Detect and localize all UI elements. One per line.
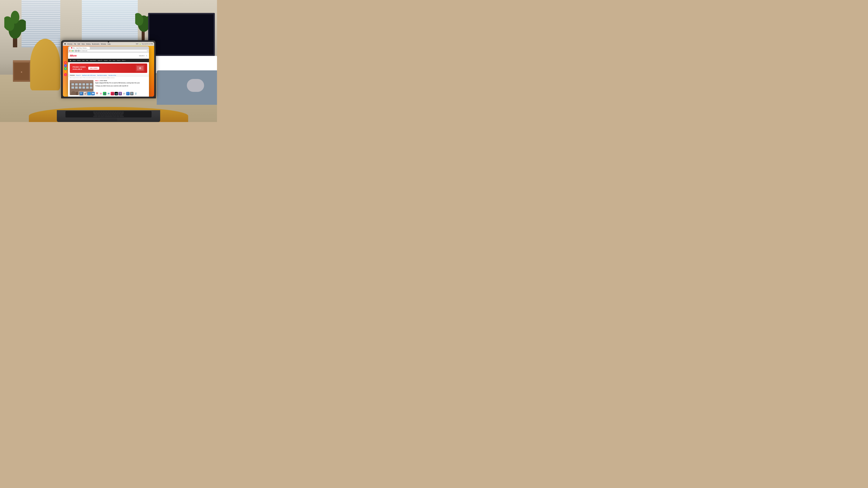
sidebar-icon-1[interactable]: ● [64,61,67,64]
key[interactable] [113,116,116,117]
key[interactable] [103,111,105,113]
imore-logo[interactable]: iMore [70,54,76,57]
menubar-window[interactable]: Window [101,43,106,45]
key[interactable] [110,111,112,113]
key[interactable] [122,111,124,113]
dock-icon-trash[interactable]: 🗑️ [134,92,137,95]
key[interactable] [100,115,102,116]
key[interactable] [97,113,99,114]
menubar-help[interactable]: Help [107,43,111,45]
sidebar-icon-3[interactable]: ● [64,67,67,70]
key[interactable] [103,115,105,116]
key[interactable] [101,116,104,117]
dock-icon-photos[interactable]: 🌸 [99,92,102,95]
key[interactable] [93,111,95,113]
sidebar-icon-5[interactable]: ● [64,73,67,76]
trending-item-3[interactable]: Best iPad for students [97,75,107,76]
key[interactable] [104,116,113,117]
key[interactable] [98,111,100,113]
key[interactable] [112,115,114,116]
key[interactable] [102,113,104,114]
dock-icon-maps[interactable]: 🗺️ [107,92,110,95]
key[interactable] [99,113,101,114]
key[interactable] [93,116,97,117]
news-item-2[interactable]: 7 things you didn't know you could do wi… [95,85,147,87]
key[interactable] [100,111,102,113]
dock-icon-podcasts[interactable]: 🎙️ [118,92,122,95]
traffic-light-fullscreen[interactable] [72,51,73,52]
dock-icon-appstore[interactable]: 🛒 [126,92,130,95]
macbook-trackpad[interactable] [100,119,117,121]
news-item-1[interactable]: Apple skipped M1 Mac Pro to wait for M2 … [95,82,147,84]
nav-apple[interactable]: Apple [73,60,75,61]
key[interactable] [98,115,100,116]
nav-howto[interactable]: How-to [117,60,120,61]
key[interactable] [105,115,107,116]
back-button[interactable]: ‹ [75,50,77,52]
key[interactable] [96,111,98,113]
address-bar[interactable]: imore.com [81,50,147,52]
nav-airpods[interactable]: Airpods [104,60,107,61]
trending-item-4[interactable]: Best Mac for Mac [108,75,116,76]
key[interactable] [104,113,106,114]
dock-icon-mail[interactable]: 📧 [91,92,95,95]
key[interactable] [121,113,124,114]
dock-icon-tv[interactable]: 📺 [115,92,118,95]
key[interactable] [116,116,119,117]
menubar-history[interactable]: History [86,43,91,45]
dock-icon-facetime[interactable]: 📹 [103,92,106,95]
nav-more[interactable]: More ▾ [122,60,125,61]
key[interactable] [119,115,123,116]
key[interactable] [106,113,108,114]
sidebar-icon-4[interactable]: ● [64,70,67,73]
key[interactable] [105,111,107,113]
dock-icon-news[interactable]: 📰 [122,92,126,95]
key[interactable] [98,116,101,117]
menubar-file[interactable]: File [74,43,76,45]
key[interactable] [115,111,117,113]
sidebar-icon-2[interactable]: ● [64,64,67,67]
dock-icon-finder[interactable]: 🔍 [80,92,83,95]
subscribe-link[interactable]: Subscribe ▾ [139,55,145,56]
key[interactable] [115,115,117,116]
nav-ios[interactable]: iOS [109,60,111,61]
traffic-light-close[interactable] [69,51,70,52]
nav-applewatch[interactable]: Apple Watch [90,60,96,61]
dock-icon-safari[interactable]: 🌐 [87,92,91,95]
nav-iphone[interactable]: iPhone [77,60,81,61]
key[interactable] [116,113,118,114]
dock-icon-music[interactable]: 🎵 [111,92,114,95]
key[interactable] [117,115,119,116]
key[interactable] [94,113,97,114]
browser-tab-active[interactable]: iMore - Apple News, Reviews, ... [69,47,90,49]
key[interactable] [111,113,113,114]
key[interactable] [107,115,110,116]
key[interactable] [109,113,111,114]
nav-mac[interactable]: Mac [86,60,88,61]
key[interactable] [107,111,110,113]
search-icon[interactable]: 🔍 [146,55,147,56]
key[interactable] [120,116,124,117]
menubar-app-name[interactable]: Chrome [67,43,72,45]
key[interactable] [119,111,121,113]
key[interactable] [114,113,116,114]
dock-icon-settings[interactable]: ⚙️ [130,92,133,95]
nav-home[interactable]: 🏠 [70,60,71,61]
trending-item-1[interactable]: iPhone 14 [76,75,81,76]
key[interactable] [112,111,114,113]
nav-appletv[interactable]: Apple TV [98,60,102,61]
apple-logo-icon[interactable]: ⌘ [64,43,66,45]
nav-ipad[interactable]: iPad [82,60,84,61]
forward-button[interactable]: › [78,50,80,52]
key[interactable] [110,115,112,116]
key[interactable] [94,115,98,116]
key[interactable] [117,111,119,113]
dock-icon-launchpad[interactable]: 🚀 [84,92,87,95]
trending-item-2[interactable]: MacBook Air (M2, 2022) review [82,75,96,76]
see-codes-button[interactable]: SEE CODES [88,67,99,70]
nav-apps[interactable]: Apps [113,60,115,61]
dock-icon-calendar[interactable]: 📅 [95,92,99,95]
key[interactable] [118,113,120,114]
menubar-bookmarks[interactable]: Bookmarks [92,43,99,45]
traffic-light-minimize[interactable] [71,51,72,52]
